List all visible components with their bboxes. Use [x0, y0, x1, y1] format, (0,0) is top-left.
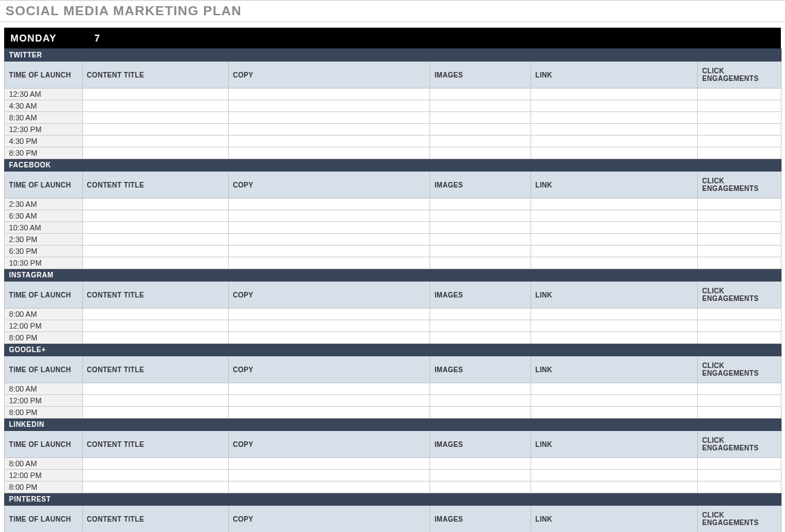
data-cell-copy[interactable]: [228, 147, 430, 159]
data-cell-copy[interactable]: [228, 89, 430, 100]
data-cell-link[interactable]: [531, 112, 698, 124]
data-cell-images[interactable]: [430, 89, 531, 100]
data-cell-link[interactable]: [531, 320, 698, 332]
data-cell-images[interactable]: [430, 124, 531, 136]
data-cell-content[interactable]: [82, 458, 228, 470]
data-cell-click[interactable]: [698, 100, 782, 112]
data-cell-images[interactable]: [430, 112, 531, 124]
data-cell-copy[interactable]: [228, 332, 430, 344]
data-cell-click[interactable]: [698, 222, 782, 234]
data-cell-content[interactable]: [82, 481, 228, 493]
data-cell-click[interactable]: [698, 481, 782, 493]
data-cell-content[interactable]: [82, 210, 228, 222]
data-cell-copy[interactable]: [228, 112, 430, 124]
data-cell-link[interactable]: [531, 246, 698, 257]
data-cell-copy[interactable]: [228, 383, 430, 395]
data-cell-copy[interactable]: [228, 481, 430, 493]
data-cell-link[interactable]: [531, 332, 698, 344]
data-cell-link[interactable]: [531, 470, 698, 481]
data-cell-copy[interactable]: [228, 257, 430, 269]
data-cell-click[interactable]: [698, 147, 782, 159]
data-cell-click[interactable]: [698, 124, 782, 136]
data-cell-click[interactable]: [698, 458, 782, 470]
data-cell-link[interactable]: [531, 407, 698, 419]
data-cell-content[interactable]: [82, 320, 228, 332]
data-cell-link[interactable]: [531, 257, 698, 269]
data-cell-click[interactable]: [698, 383, 782, 395]
data-cell-link[interactable]: [531, 234, 698, 246]
data-cell-copy[interactable]: [228, 246, 430, 257]
data-cell-content[interactable]: [82, 395, 228, 407]
data-cell-click[interactable]: [698, 470, 782, 481]
data-cell-click[interactable]: [698, 332, 782, 344]
data-cell-copy[interactable]: [228, 136, 430, 147]
data-cell-click[interactable]: [698, 234, 782, 246]
data-cell-images[interactable]: [430, 309, 531, 320]
data-cell-link[interactable]: [531, 147, 698, 159]
data-cell-content[interactable]: [82, 309, 228, 320]
data-cell-copy[interactable]: [228, 100, 430, 112]
data-cell-content[interactable]: [82, 136, 228, 147]
data-cell-click[interactable]: [698, 257, 782, 269]
data-cell-images[interactable]: [430, 332, 531, 344]
data-cell-images[interactable]: [430, 246, 531, 257]
data-cell-click[interactable]: [698, 320, 782, 332]
data-cell-copy[interactable]: [228, 407, 430, 419]
data-cell-images[interactable]: [430, 199, 531, 210]
data-cell-images[interactable]: [430, 257, 531, 269]
data-cell-content[interactable]: [82, 89, 228, 100]
data-cell-images[interactable]: [430, 147, 531, 159]
data-cell-copy[interactable]: [228, 222, 430, 234]
data-cell-link[interactable]: [531, 124, 698, 136]
data-cell-images[interactable]: [430, 320, 531, 332]
data-cell-link[interactable]: [531, 458, 698, 470]
data-cell-content[interactable]: [82, 112, 228, 124]
data-cell-copy[interactable]: [228, 210, 430, 222]
data-cell-content[interactable]: [82, 234, 228, 246]
data-cell-click[interactable]: [698, 199, 782, 210]
data-cell-copy[interactable]: [228, 458, 430, 470]
data-cell-link[interactable]: [531, 383, 698, 395]
data-cell-copy[interactable]: [228, 309, 430, 320]
data-cell-images[interactable]: [430, 407, 531, 419]
data-cell-copy[interactable]: [228, 124, 430, 136]
data-cell-copy[interactable]: [228, 234, 430, 246]
data-cell-content[interactable]: [82, 383, 228, 395]
data-cell-link[interactable]: [531, 309, 698, 320]
data-cell-click[interactable]: [698, 395, 782, 407]
data-cell-click[interactable]: [698, 136, 782, 147]
data-cell-content[interactable]: [82, 100, 228, 112]
data-cell-images[interactable]: [430, 470, 531, 481]
data-cell-link[interactable]: [531, 481, 698, 493]
data-cell-link[interactable]: [531, 210, 698, 222]
data-cell-content[interactable]: [82, 332, 228, 344]
data-cell-link[interactable]: [531, 136, 698, 147]
data-cell-content[interactable]: [82, 147, 228, 159]
data-cell-copy[interactable]: [228, 320, 430, 332]
data-cell-content[interactable]: [82, 124, 228, 136]
data-cell-content[interactable]: [82, 246, 228, 257]
data-cell-images[interactable]: [430, 383, 531, 395]
data-cell-click[interactable]: [698, 89, 782, 100]
data-cell-content[interactable]: [82, 222, 228, 234]
data-cell-images[interactable]: [430, 100, 531, 112]
data-cell-link[interactable]: [531, 100, 698, 112]
data-cell-click[interactable]: [698, 246, 782, 257]
data-cell-images[interactable]: [430, 481, 531, 493]
data-cell-content[interactable]: [82, 470, 228, 481]
data-cell-images[interactable]: [430, 136, 531, 147]
data-cell-link[interactable]: [531, 199, 698, 210]
data-cell-images[interactable]: [430, 222, 531, 234]
data-cell-link[interactable]: [531, 89, 698, 100]
data-cell-link[interactable]: [531, 222, 698, 234]
data-cell-copy[interactable]: [228, 395, 430, 407]
data-cell-click[interactable]: [698, 112, 782, 124]
data-cell-link[interactable]: [531, 395, 698, 407]
data-cell-content[interactable]: [82, 257, 228, 269]
data-cell-click[interactable]: [698, 407, 782, 419]
data-cell-images[interactable]: [430, 234, 531, 246]
data-cell-copy[interactable]: [228, 199, 430, 210]
data-cell-content[interactable]: [82, 407, 228, 419]
data-cell-images[interactable]: [430, 210, 531, 222]
data-cell-images[interactable]: [430, 395, 531, 407]
